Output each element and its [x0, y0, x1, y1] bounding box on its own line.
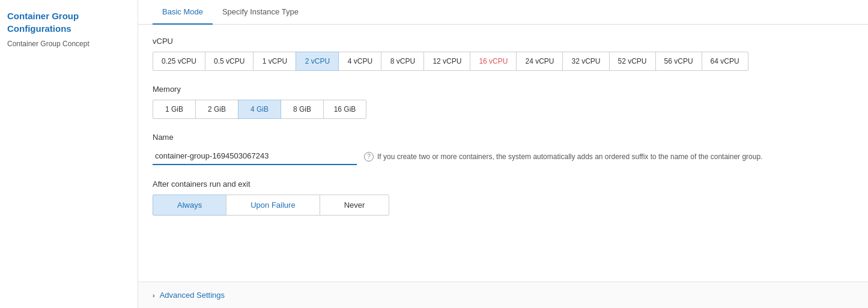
tab-basic-mode[interactable]: Basic Mode: [153, 0, 213, 25]
vcpu-option-5[interactable]: 8 vCPU: [381, 52, 424, 71]
tab-specify-instance-type[interactable]: Specify Instance Type: [213, 0, 308, 25]
restart-policy-label: After containers run and exit: [153, 180, 854, 189]
name-label: Name: [153, 133, 854, 142]
name-hint-text: If you create two or more containers, th…: [377, 152, 762, 161]
restart-option-0[interactable]: Always: [153, 195, 226, 216]
vcpu-option-6[interactable]: 12 vCPU: [423, 52, 470, 71]
vcpu-option-7[interactable]: 16 vCPU: [470, 52, 517, 71]
vcpu-option-8[interactable]: 24 vCPU: [516, 52, 563, 71]
restart-option-2[interactable]: Never: [320, 195, 390, 216]
form-area: vCPU 0.25 vCPU0.5 vCPU1 vCPU2 vCPU4 vCPU…: [138, 25, 868, 282]
restart-option-1[interactable]: Upon Failure: [226, 195, 320, 216]
sidebar: Container Group Configurations Container…: [0, 0, 138, 308]
vcpu-option-12[interactable]: 64 vCPU: [702, 52, 748, 71]
name-input[interactable]: [153, 148, 357, 165]
memory-option-2[interactable]: 4 GiB: [238, 100, 281, 119]
restart-policy-section: After containers run and exit AlwaysUpon…: [153, 180, 854, 216]
vcpu-option-9[interactable]: 32 vCPU: [562, 52, 609, 71]
name-input-wrap: ? If you create two or more containers, …: [153, 148, 854, 165]
memory-option-group: 1 GiB2 GiB4 GiB8 GiB16 GiB: [153, 100, 854, 118]
help-icon[interactable]: ?: [364, 152, 374, 162]
vcpu-option-2[interactable]: 1 vCPU: [253, 52, 296, 71]
vcpu-label: vCPU: [153, 37, 854, 46]
vcpu-option-1[interactable]: 0.5 vCPU: [205, 52, 253, 71]
name-section: Name ? If you create two or more contain…: [153, 133, 854, 165]
name-hint: ? If you create two or more containers, …: [364, 152, 762, 162]
chevron-right-icon: ›: [153, 292, 155, 299]
tabs-bar: Basic Mode Specify Instance Type: [138, 0, 868, 25]
advanced-settings-bar[interactable]: › Advanced Settings: [138, 282, 868, 308]
memory-option-3[interactable]: 8 GiB: [281, 100, 324, 119]
vcpu-option-11[interactable]: 56 vCPU: [655, 52, 702, 71]
memory-label: Memory: [153, 85, 854, 94]
main-content: Basic Mode Specify Instance Type vCPU 0.…: [138, 0, 868, 308]
advanced-settings-label: Advanced Settings: [160, 291, 225, 300]
vcpu-section: vCPU 0.25 vCPU0.5 vCPU1 vCPU2 vCPU4 vCPU…: [153, 37, 854, 70]
vcpu-option-0[interactable]: 0.25 vCPU: [153, 52, 205, 71]
sidebar-subtitle: Container Group Concept: [7, 40, 130, 48]
memory-option-1[interactable]: 2 GiB: [195, 100, 238, 119]
vcpu-option-3[interactable]: 2 vCPU: [296, 52, 339, 71]
memory-section: Memory 1 GiB2 GiB4 GiB8 GiB16 GiB: [153, 85, 854, 118]
sidebar-title: Container Group Configurations: [7, 10, 130, 35]
memory-option-4[interactable]: 16 GiB: [323, 100, 366, 119]
vcpu-option-4[interactable]: 4 vCPU: [338, 52, 381, 71]
memory-option-0[interactable]: 1 GiB: [153, 100, 196, 119]
vcpu-option-10[interactable]: 52 vCPU: [609, 52, 656, 71]
restart-policy-group: AlwaysUpon FailureNever: [153, 195, 854, 216]
vcpu-option-group: 0.25 vCPU0.5 vCPU1 vCPU2 vCPU4 vCPU8 vCP…: [153, 52, 854, 70]
